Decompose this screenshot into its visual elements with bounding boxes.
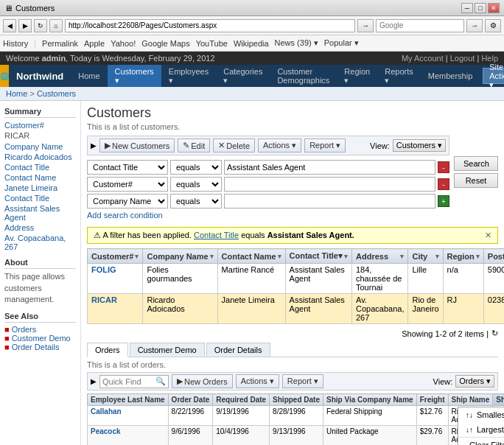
th-postal[interactable]: Postal Code▾: [483, 249, 504, 264]
report-button[interactable]: Report ▾: [304, 139, 346, 153]
settings-button[interactable]: ⚙: [485, 19, 501, 32]
sidebar-address-lbl[interactable]: Address: [4, 222, 76, 233]
th-company-name[interactable]: Company Name▾: [143, 249, 217, 264]
th-ship-name[interactable]: Ship Name: [448, 394, 493, 406]
th-ship-address[interactable]: Ship Address ▾: [493, 394, 504, 406]
sidebar-company-name[interactable]: Company Name: [4, 141, 76, 152]
search-go-button[interactable]: →: [466, 19, 483, 32]
filter-op-2[interactable]: equals: [170, 177, 222, 192]
employee-link-2[interactable]: Peacock: [91, 427, 121, 435]
home-button[interactable]: ⌂: [49, 19, 63, 32]
filter-add-3[interactable]: +: [438, 195, 449, 207]
customer-id-link-2[interactable]: RICAR: [91, 295, 117, 304]
sidebar-contact-title2[interactable]: Contact Title: [4, 193, 76, 203]
sidebar-orderdetails-link[interactable]: Order Details: [12, 342, 60, 352]
breadcrumb-customers[interactable]: Customers: [37, 89, 76, 98]
help-link[interactable]: Help: [481, 54, 498, 63]
close-button[interactable]: ✕: [488, 3, 500, 13]
nav-membership[interactable]: Membership: [421, 65, 480, 87]
view-select[interactable]: Customers ▾: [393, 139, 446, 152]
tab-order-details[interactable]: Order Details: [206, 343, 270, 357]
sidebar-asst-sales[interactable]: Assistant Sales Agent: [4, 203, 76, 222]
bookmark-history[interactable]: History: [3, 39, 28, 48]
filter-field-2[interactable]: Customer#: [87, 177, 168, 192]
th-employee[interactable]: Employee Last Name: [88, 394, 169, 406]
sort-smallest-top[interactable]: ↑↓ Smallest on Top: [458, 407, 504, 422]
filter-op-1[interactable]: equals: [170, 160, 222, 175]
customer-id-link[interactable]: FOLIG: [91, 265, 116, 274]
bookmark-news[interactable]: News (39) ▾: [275, 38, 318, 48]
edit-button[interactable]: ✎ Edit: [178, 139, 210, 153]
filter-val-1[interactable]: [224, 160, 435, 175]
bookmark-permalink[interactable]: Permalink: [42, 39, 78, 48]
th-ship-via[interactable]: Ship Via Company Name: [323, 394, 417, 406]
my-account-link[interactable]: My Account: [402, 54, 444, 63]
filter-notice-link[interactable]: Contact Title: [194, 231, 239, 239]
sidebar-av-copacabana[interactable]: Av. Copacabana, 267: [4, 233, 76, 252]
filter-val-3[interactable]: [224, 194, 435, 209]
url-input[interactable]: [65, 19, 355, 32]
reset-button[interactable]: Reset: [454, 173, 498, 188]
sidebar-contact-title-lbl[interactable]: Contact Title: [4, 162, 76, 172]
filter-remove-1[interactable]: -: [438, 161, 449, 173]
clear-filter-shipcity[interactable]: Clear Filter from Ship City: [458, 438, 504, 445]
actions-button[interactable]: Actions ▾: [258, 139, 301, 153]
th-contact-title[interactable]: Contact Title▾▾: [285, 249, 351, 264]
orders-report-button[interactable]: Report ▾: [282, 374, 323, 388]
sidebar-ricardo[interactable]: Ricardo Adoicados: [4, 152, 76, 162]
nav-customer-demographics[interactable]: Customer Demographics: [270, 65, 337, 87]
filter-remove-2[interactable]: -: [438, 178, 449, 190]
new-customers-button[interactable]: ▶ New Customers: [99, 139, 175, 153]
sidebar-janete[interactable]: Janete Limeira: [4, 183, 76, 193]
sidebar-contact-name-lbl[interactable]: Contact Name: [4, 172, 76, 183]
bookmark-youtube[interactable]: YouTube: [196, 39, 228, 48]
bookmark-apple[interactable]: Apple: [84, 39, 105, 48]
filter-field-3[interactable]: Company Name: [87, 194, 168, 209]
nav-employees[interactable]: Employees ▾: [161, 65, 216, 87]
th-customer-num[interactable]: Customer#▾: [88, 249, 143, 264]
refresh-button[interactable]: ↻: [34, 19, 47, 32]
tab-orders[interactable]: Orders: [87, 343, 128, 357]
new-orders-button[interactable]: ▶ New Orders: [172, 374, 233, 388]
maximize-button[interactable]: □: [475, 3, 486, 13]
nav-categories[interactable]: Categories ▾: [216, 65, 270, 87]
customers-refresh-icon[interactable]: ↻: [491, 329, 498, 338]
bookmark-wikipedia[interactable]: Wikipedia: [234, 39, 269, 48]
th-order-date[interactable]: Order Date: [168, 394, 213, 406]
go-button[interactable]: →: [357, 19, 374, 32]
filter-field-1[interactable]: Contact Title: [87, 160, 168, 175]
sidebar-customer-num[interactable]: Customer#: [4, 120, 76, 130]
forward-button[interactable]: ▶: [18, 19, 32, 32]
quickfind-search-icon[interactable]: 🔍: [155, 376, 166, 386]
minimize-button[interactable]: ─: [461, 3, 473, 13]
filter-op-3[interactable]: equals: [170, 194, 222, 209]
logout-link[interactable]: Logout: [450, 54, 475, 63]
th-region[interactable]: Region▾: [443, 249, 483, 264]
filter-val-2[interactable]: [224, 177, 435, 192]
bookmark-yahoo[interactable]: Yahoo!: [111, 39, 136, 48]
th-city[interactable]: City▾: [408, 249, 443, 264]
th-required-date[interactable]: Required Date: [213, 394, 270, 406]
back-button[interactable]: ◀: [3, 19, 16, 32]
bookmark-popular[interactable]: Popular ▾: [324, 38, 359, 48]
tab-customer-demo[interactable]: Customer Demo: [130, 343, 205, 357]
th-address[interactable]: Address▾: [352, 249, 408, 264]
nav-reports[interactable]: Reports ▾: [377, 65, 421, 87]
nav-customers[interactable]: Customers ▾: [108, 65, 161, 87]
add-search-condition-link[interactable]: Add search condition: [87, 211, 163, 220]
th-shipped-date[interactable]: Shipped Date: [270, 394, 323, 406]
nav-region[interactable]: Region ▾: [337, 65, 377, 87]
search-input[interactable]: [376, 19, 464, 32]
th-freight[interactable]: Freight: [416, 394, 448, 406]
site-actions-button[interactable]: Site Actions ▾: [483, 68, 504, 84]
bookmark-googlemaps[interactable]: Google Maps: [141, 39, 189, 48]
th-contact-name[interactable]: Contact Name▾: [217, 249, 285, 264]
orders-view-select[interactable]: Orders ▾: [455, 375, 494, 388]
search-button[interactable]: Search: [454, 156, 498, 171]
filter-notice-close[interactable]: ✕: [485, 231, 491, 240]
nav-home[interactable]: Home: [71, 65, 107, 87]
quickfind-input[interactable]: [102, 377, 154, 386]
sort-largest-top[interactable]: ↓↑ Largest on Top: [458, 422, 504, 437]
breadcrumb-home[interactable]: Home: [6, 89, 27, 98]
employee-link[interactable]: Callahan: [91, 407, 122, 416]
